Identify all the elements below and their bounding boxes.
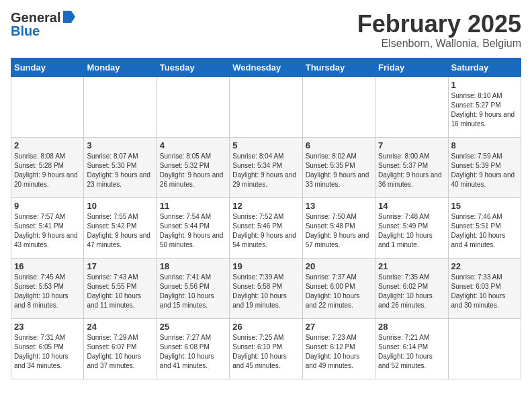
table-row — [11, 77, 84, 137]
day-number: 1 — [451, 80, 518, 90]
day-info: Sunrise: 7:48 AM Sunset: 5:49 PM Dayligh… — [378, 212, 445, 250]
day-info: Sunrise: 8:04 AM Sunset: 5:34 PM Dayligh… — [232, 152, 299, 189]
table-row: 1Sunrise: 8:10 AM Sunset: 5:27 PM Daylig… — [448, 77, 521, 137]
table-row: 12Sunrise: 7:52 AM Sunset: 5:46 PM Dayli… — [230, 197, 302, 258]
table-row: 2Sunrise: 8:08 AM Sunset: 5:28 PM Daylig… — [11, 137, 84, 197]
svg-marker-0 — [63, 11, 75, 23]
day-number: 4 — [160, 140, 226, 150]
calendar-table: Sunday Monday Tuesday Wednesday Thursday… — [11, 58, 521, 379]
day-number: 15 — [451, 201, 518, 211]
header-monday: Monday — [84, 58, 157, 77]
day-number: 18 — [160, 261, 226, 271]
day-number: 6 — [306, 140, 372, 150]
table-row: 7Sunrise: 8:00 AM Sunset: 5:37 PM Daylig… — [375, 137, 448, 197]
day-number: 14 — [378, 201, 445, 211]
table-row: 21Sunrise: 7:35 AM Sunset: 6:02 PM Dayli… — [375, 258, 448, 318]
day-number: 2 — [14, 140, 81, 150]
logo-icon — [62, 9, 77, 24]
day-info: Sunrise: 8:05 AM Sunset: 5:32 PM Dayligh… — [160, 152, 226, 189]
day-info: Sunrise: 7:41 AM Sunset: 5:56 PM Dayligh… — [160, 273, 226, 310]
table-row: 14Sunrise: 7:48 AM Sunset: 5:49 PM Dayli… — [375, 197, 448, 258]
header-friday: Friday — [375, 58, 448, 77]
day-info: Sunrise: 7:21 AM Sunset: 6:14 PM Dayligh… — [378, 333, 445, 371]
table-row: 10Sunrise: 7:55 AM Sunset: 5:42 PM Dayli… — [84, 197, 157, 258]
calendar-week-row: 23Sunrise: 7:31 AM Sunset: 6:05 PM Dayli… — [11, 318, 521, 379]
table-row: 23Sunrise: 7:31 AM Sunset: 6:05 PM Dayli… — [11, 318, 84, 379]
table-row: 25Sunrise: 7:27 AM Sunset: 6:08 PM Dayli… — [157, 318, 229, 379]
day-info: Sunrise: 7:57 AM Sunset: 5:41 PM Dayligh… — [14, 212, 81, 250]
header-thursday: Thursday — [302, 58, 375, 77]
day-info: Sunrise: 7:31 AM Sunset: 6:05 PM Dayligh… — [14, 333, 81, 371]
header-wednesday: Wednesday — [230, 58, 302, 77]
table-row: 26Sunrise: 7:25 AM Sunset: 6:10 PM Dayli… — [230, 318, 302, 379]
table-row — [375, 77, 448, 137]
day-info: Sunrise: 7:50 AM Sunset: 5:48 PM Dayligh… — [306, 212, 372, 250]
day-info: Sunrise: 7:29 AM Sunset: 6:07 PM Dayligh… — [87, 333, 153, 371]
page-header: General Blue February 2025 Elsenborn, Wa… — [11, 11, 521, 50]
table-row: 5Sunrise: 8:04 AM Sunset: 5:34 PM Daylig… — [230, 137, 302, 197]
day-info: Sunrise: 7:43 AM Sunset: 5:55 PM Dayligh… — [87, 273, 153, 310]
day-number: 17 — [87, 261, 153, 271]
day-info: Sunrise: 7:46 AM Sunset: 5:51 PM Dayligh… — [451, 212, 518, 250]
day-number: 5 — [232, 140, 299, 150]
table-row: 9Sunrise: 7:57 AM Sunset: 5:41 PM Daylig… — [11, 197, 84, 258]
day-number: 9 — [14, 201, 81, 211]
table-row — [157, 77, 229, 137]
day-info: Sunrise: 7:45 AM Sunset: 5:53 PM Dayligh… — [14, 273, 81, 310]
day-info: Sunrise: 7:37 AM Sunset: 6:00 PM Dayligh… — [306, 273, 372, 310]
logo-general-text: General — [11, 11, 60, 24]
day-number: 16 — [14, 261, 81, 271]
table-row — [84, 77, 157, 137]
calendar-week-row: 2Sunrise: 8:08 AM Sunset: 5:28 PM Daylig… — [11, 137, 521, 197]
table-row — [302, 77, 375, 137]
day-info: Sunrise: 8:02 AM Sunset: 5:35 PM Dayligh… — [306, 152, 372, 189]
day-number: 11 — [160, 201, 226, 211]
table-row: 6Sunrise: 8:02 AM Sunset: 5:35 PM Daylig… — [302, 137, 375, 197]
table-row: 16Sunrise: 7:45 AM Sunset: 5:53 PM Dayli… — [11, 258, 84, 318]
table-row: 27Sunrise: 7:23 AM Sunset: 6:12 PM Dayli… — [302, 318, 375, 379]
title-block: February 2025 Elsenborn, Wallonia, Belgi… — [357, 11, 521, 50]
table-row: 8Sunrise: 7:59 AM Sunset: 5:39 PM Daylig… — [448, 137, 521, 197]
logo: General Blue — [11, 11, 77, 38]
day-number: 23 — [14, 322, 81, 332]
day-number: 7 — [378, 140, 445, 150]
table-row: 17Sunrise: 7:43 AM Sunset: 5:55 PM Dayli… — [84, 258, 157, 318]
day-number: 27 — [306, 322, 372, 332]
day-number: 26 — [232, 322, 299, 332]
day-number: 25 — [160, 322, 226, 332]
day-number: 10 — [87, 201, 153, 211]
calendar-week-row: 1Sunrise: 8:10 AM Sunset: 5:27 PM Daylig… — [11, 77, 521, 137]
day-number: 12 — [232, 201, 299, 211]
logo-blue-text: Blue — [11, 24, 40, 38]
day-number: 22 — [451, 261, 518, 271]
table-row: 3Sunrise: 8:07 AM Sunset: 5:30 PM Daylig… — [84, 137, 157, 197]
table-row: 19Sunrise: 7:39 AM Sunset: 5:58 PM Dayli… — [230, 258, 302, 318]
day-number: 24 — [87, 322, 153, 332]
day-number: 21 — [378, 261, 445, 271]
table-row: 22Sunrise: 7:33 AM Sunset: 6:03 PM Dayli… — [448, 258, 521, 318]
day-info: Sunrise: 8:00 AM Sunset: 5:37 PM Dayligh… — [378, 152, 445, 189]
day-info: Sunrise: 8:07 AM Sunset: 5:30 PM Dayligh… — [87, 152, 153, 189]
table-row: 28Sunrise: 7:21 AM Sunset: 6:14 PM Dayli… — [375, 318, 448, 379]
day-info: Sunrise: 7:27 AM Sunset: 6:08 PM Dayligh… — [160, 333, 226, 371]
header-tuesday: Tuesday — [157, 58, 229, 77]
table-row: 20Sunrise: 7:37 AM Sunset: 6:00 PM Dayli… — [302, 258, 375, 318]
day-info: Sunrise: 7:52 AM Sunset: 5:46 PM Dayligh… — [232, 212, 299, 250]
day-info: Sunrise: 7:23 AM Sunset: 6:12 PM Dayligh… — [306, 333, 372, 371]
day-info: Sunrise: 8:10 AM Sunset: 5:27 PM Dayligh… — [451, 91, 518, 129]
day-info: Sunrise: 7:25 AM Sunset: 6:10 PM Dayligh… — [232, 333, 299, 371]
header-saturday: Saturday — [448, 58, 521, 77]
day-info: Sunrise: 7:55 AM Sunset: 5:42 PM Dayligh… — [87, 212, 153, 250]
calendar-week-row: 16Sunrise: 7:45 AM Sunset: 5:53 PM Dayli… — [11, 258, 521, 318]
calendar-title: February 2025 — [357, 11, 521, 38]
calendar-header-row: Sunday Monday Tuesday Wednesday Thursday… — [11, 58, 521, 77]
day-info: Sunrise: 7:33 AM Sunset: 6:03 PM Dayligh… — [451, 273, 518, 310]
day-info: Sunrise: 7:35 AM Sunset: 6:02 PM Dayligh… — [378, 273, 445, 310]
day-number: 19 — [232, 261, 299, 271]
day-number: 13 — [306, 201, 372, 211]
calendar-location: Elsenborn, Wallonia, Belgium — [357, 38, 521, 50]
day-number: 28 — [378, 322, 445, 332]
calendar-week-row: 9Sunrise: 7:57 AM Sunset: 5:41 PM Daylig… — [11, 197, 521, 258]
day-info: Sunrise: 7:59 AM Sunset: 5:39 PM Dayligh… — [451, 152, 518, 189]
day-number: 20 — [306, 261, 372, 271]
